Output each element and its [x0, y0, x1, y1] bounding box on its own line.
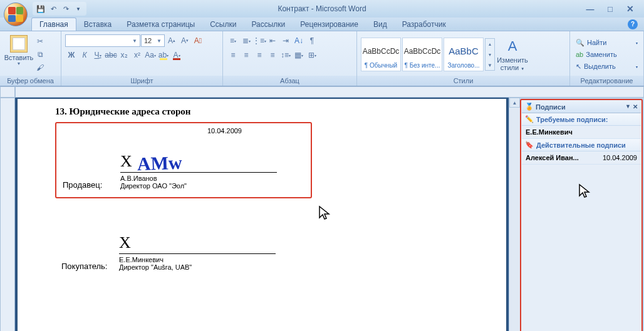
- tab-view[interactable]: Вид: [366, 18, 395, 31]
- style-normal[interactable]: AaBbCcDc ¶ Обычный: [361, 38, 401, 71]
- document-viewport[interactable]: 13. Юридические адреса сторон 10.04.2009…: [15, 98, 509, 331]
- ruler-vertical[interactable]: [0, 98, 15, 331]
- styles-more-icon[interactable]: ▼: [486, 60, 494, 70]
- strike-icon[interactable]: abc: [105, 49, 117, 61]
- maximize-button[interactable]: □: [603, 4, 618, 14]
- page[interactable]: 13. Юридические адреса сторон 10.04.2009…: [18, 99, 506, 331]
- underline-icon[interactable]: Ч▾: [91, 49, 104, 61]
- copy-icon[interactable]: ⧉: [34, 48, 46, 61]
- required-sigs-header: ✏️ Требуемые подписи:: [522, 113, 641, 126]
- ruler-corner: [0, 86, 15, 98]
- replace-button[interactable]: ab Заменить: [574, 49, 640, 60]
- sig2-x: X: [119, 233, 131, 252]
- group-editing: 🔍 Найти ▾ ab Заменить ↖ Выделить ▾ Редак…: [570, 31, 644, 86]
- change-styles-button[interactable]: A Изменить стили ▼: [495, 36, 530, 73]
- cut-icon[interactable]: ✂: [34, 35, 46, 48]
- scroll-up-icon[interactable]: ▲: [509, 98, 520, 108]
- required-sig-item[interactable]: Е.Е.Минкевич: [522, 126, 641, 139]
- font-name-combo[interactable]: ▼: [65, 34, 140, 47]
- group-clipboard-label: Буфер обмена: [0, 76, 61, 86]
- tab-mailings[interactable]: Рассылки: [244, 18, 293, 31]
- shading-icon[interactable]: ▦▾: [293, 49, 305, 61]
- numbering-icon[interactable]: ≣▾: [240, 34, 252, 47]
- sig1-x: X: [120, 152, 132, 171]
- font-size-combo[interactable]: 12▼: [141, 34, 165, 47]
- sig2-name: Е.Е.Минкевич: [119, 256, 276, 263]
- clear-format-icon[interactable]: A⃠: [192, 34, 204, 47]
- sig1-role: Продавец:: [63, 180, 113, 190]
- cursor-icon-pane: [578, 183, 591, 200]
- style-heading1[interactable]: AaBbC Заголово...: [444, 38, 484, 71]
- bullets-icon[interactable]: ≡▾: [227, 34, 239, 47]
- borders-icon[interactable]: ⊞▾: [306, 49, 318, 61]
- vertical-scrollbar[interactable]: ▲ ▼ ⦿ ▼: [509, 98, 520, 331]
- paste-icon: [10, 35, 28, 53]
- close-button[interactable]: ✕: [623, 4, 638, 14]
- group-font-label: Шрифт: [61, 76, 222, 86]
- replace-icon: ab: [576, 51, 583, 58]
- tab-review[interactable]: Рецензирование: [293, 18, 366, 31]
- style-nospacing[interactable]: AaBbCcDc ¶ Без инте...: [402, 38, 442, 71]
- format-painter-icon[interactable]: 🖌: [34, 61, 46, 74]
- align-right-icon[interactable]: ≡: [253, 49, 266, 61]
- group-clipboard: Вставить ▼ ✂ ⧉ 🖌 Буфер обмена: [0, 31, 61, 86]
- help-icon[interactable]: ?: [628, 19, 638, 29]
- select-icon: ↖: [576, 63, 581, 71]
- sig1-title: Директор ОАО "Эол": [120, 182, 277, 190]
- select-button[interactable]: ↖ Выделить ▾: [574, 61, 640, 72]
- line-spacing-icon[interactable]: ↕≡▾: [279, 49, 292, 61]
- cursor-icon: [318, 205, 331, 222]
- save-icon[interactable]: 💾: [35, 3, 46, 14]
- seller-signature-block[interactable]: 10.04.2009 Продавец: X AMw А.В.Иванов Ди…: [55, 122, 312, 198]
- show-marks-icon[interactable]: ¶: [306, 34, 318, 47]
- styles-up-icon[interactable]: ▴: [486, 39, 494, 49]
- find-button[interactable]: 🔍 Найти ▾: [574, 37, 640, 48]
- redo-icon[interactable]: ↷: [60, 3, 71, 14]
- tab-layout[interactable]: Разметка страницы: [119, 18, 202, 31]
- paste-label: Вставить: [4, 54, 34, 61]
- qat-more-icon[interactable]: ▼: [73, 3, 84, 14]
- tab-insert[interactable]: Вставка: [76, 18, 120, 31]
- pane-title: Подписи: [536, 103, 566, 111]
- styles-down-icon[interactable]: ▾: [486, 49, 494, 59]
- align-justify-icon[interactable]: ≡: [266, 49, 279, 61]
- highlight-icon[interactable]: ab▾: [157, 49, 170, 61]
- signatures-pane-highlight: 🏅 Подписи ▼ ✕ ✏️ Требуемые подписи: Е.Е.…: [520, 99, 643, 331]
- group-editing-label: Редактирование: [570, 76, 643, 86]
- minimize-button[interactable]: —: [583, 4, 598, 14]
- tab-developer[interactable]: Разработчик: [395, 18, 454, 31]
- sig2-title: Директор "Aušra, UAB": [119, 263, 276, 271]
- paste-button[interactable]: Вставить ▼: [4, 33, 34, 76]
- sig2-role: Покупатель:: [61, 262, 112, 271]
- pane-menu-icon[interactable]: ▼: [625, 103, 631, 110]
- group-paragraph-label: Абзац: [223, 76, 356, 86]
- shrink-font-icon[interactable]: A▾: [179, 34, 191, 47]
- ruler-horizontal[interactable]: [15, 86, 644, 98]
- buyer-signature-block[interactable]: Покупатель: X Е.Е.Минкевич Директор "Auš…: [55, 223, 312, 278]
- pane-close-icon[interactable]: ✕: [633, 103, 638, 110]
- italic-icon[interactable]: К: [78, 49, 91, 61]
- subscript-icon[interactable]: x₂: [118, 49, 130, 61]
- office-button[interactable]: [4, 3, 28, 26]
- undo-icon[interactable]: ↶: [48, 3, 59, 14]
- font-color-icon[interactable]: A▾: [170, 49, 183, 61]
- indent-dec-icon[interactable]: ⇤: [266, 34, 279, 47]
- window-title: Контракт - Microsoft Word: [278, 4, 366, 13]
- multilevel-icon[interactable]: ⋮≡▾: [253, 34, 266, 47]
- pencil-icon: ✏️: [525, 115, 534, 123]
- superscript-icon[interactable]: x²: [131, 49, 143, 61]
- sig1-date: 10.04.2009: [63, 127, 304, 135]
- bold-icon[interactable]: Ж: [65, 49, 78, 61]
- tab-references[interactable]: Ссылки: [202, 18, 244, 31]
- align-left-icon[interactable]: ≡: [227, 49, 239, 61]
- sort-icon[interactable]: A↓: [293, 34, 305, 47]
- group-font: ▼ 12▼ A▴ A▾ A⃠ Ж К Ч▾ abc x₂ x² Aa▾ ab▾ …: [61, 31, 223, 86]
- change-case-icon[interactable]: Aa▾: [144, 49, 157, 61]
- indent-inc-icon[interactable]: ⇥: [279, 34, 292, 47]
- tab-home[interactable]: Главная: [31, 18, 76, 31]
- align-center-icon[interactable]: ≡: [240, 49, 252, 61]
- grow-font-icon[interactable]: A▴: [165, 34, 178, 47]
- valid-sig-item[interactable]: Алексей Иван... 10.04.2009: [522, 151, 641, 165]
- change-styles-icon: A: [504, 38, 521, 55]
- find-icon: 🔍: [576, 39, 584, 47]
